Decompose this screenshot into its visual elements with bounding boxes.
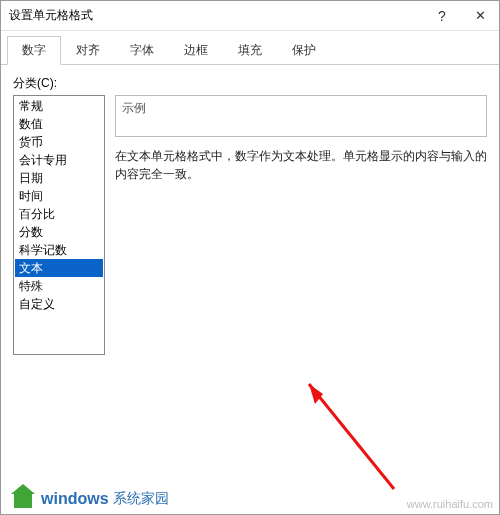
list-item[interactable]: 特殊 [15, 277, 103, 295]
help-button[interactable]: ? [423, 1, 461, 31]
category-listbox[interactable]: 常规 数值 货币 会计专用 日期 时间 百分比 分数 科学记数 文本 特殊 自定… [13, 95, 105, 355]
content-area: 分类(C): 常规 数值 货币 会计专用 日期 时间 百分比 分数 科学记数 文… [1, 65, 499, 514]
titlebar: 设置单元格格式 ? ✕ [1, 1, 499, 31]
tab-strip: 数字 对齐 字体 边框 填充 保护 [1, 31, 499, 65]
right-pane: 示例 在文本单元格格式中，数字作为文本处理。单元格显示的内容与输入的内容完全一致… [115, 95, 487, 502]
list-item[interactable]: 数值 [15, 115, 103, 133]
list-item[interactable]: 会计专用 [15, 151, 103, 169]
format-description: 在文本单元格格式中，数字作为文本处理。单元格显示的内容与输入的内容完全一致。 [115, 147, 487, 183]
tab-protect[interactable]: 保护 [277, 36, 331, 65]
tab-number[interactable]: 数字 [7, 36, 61, 65]
category-label: 分类(C): [13, 75, 487, 92]
list-item[interactable]: 百分比 [15, 205, 103, 223]
tab-font[interactable]: 字体 [115, 36, 169, 65]
dialog-title: 设置单元格格式 [9, 7, 423, 24]
list-item[interactable]: 日期 [15, 169, 103, 187]
close-button[interactable]: ✕ [461, 1, 499, 31]
list-item[interactable]: 时间 [15, 187, 103, 205]
tab-border[interactable]: 边框 [169, 36, 223, 65]
list-item[interactable]: 货币 [15, 133, 103, 151]
list-item[interactable]: 自定义 [15, 295, 103, 313]
list-item[interactable]: 科学记数 [15, 241, 103, 259]
list-item[interactable]: 常规 [15, 97, 103, 115]
sample-label: 示例 [122, 100, 480, 117]
tab-align[interactable]: 对齐 [61, 36, 115, 65]
format-cells-dialog: 设置单元格格式 ? ✕ 数字 对齐 字体 边框 填充 保护 分类(C): 常规 … [0, 0, 500, 515]
body-row: 常规 数值 货币 会计专用 日期 时间 百分比 分数 科学记数 文本 特殊 自定… [13, 95, 487, 502]
list-item[interactable]: 分数 [15, 223, 103, 241]
sample-box: 示例 [115, 95, 487, 137]
list-item-selected[interactable]: 文本 [15, 259, 103, 277]
tab-fill[interactable]: 填充 [223, 36, 277, 65]
